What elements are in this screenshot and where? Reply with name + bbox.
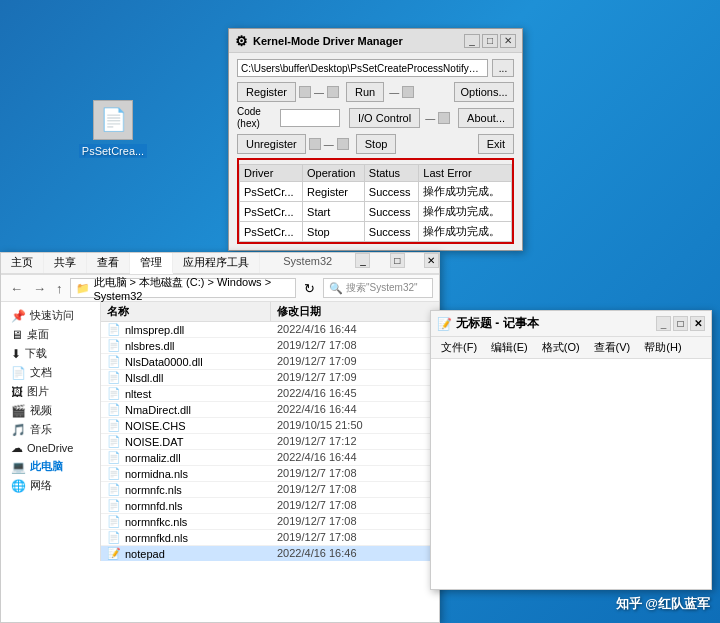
led-register-2 bbox=[327, 86, 339, 98]
table-row[interactable]: PsSetCr...StopSuccess操作成功完成。 bbox=[240, 222, 512, 242]
km-body: ... Register — Run — Options... Code(hex… bbox=[229, 53, 522, 250]
file-name: normidna.nls bbox=[125, 468, 188, 480]
sidebar-item-pictures[interactable]: 🖼图片 bbox=[1, 382, 100, 401]
sidebar-item-network[interactable]: 🌐网络 bbox=[1, 476, 100, 495]
minimize-button[interactable]: _ bbox=[464, 34, 480, 48]
file-date-col: 2022/4/16 16:44 bbox=[271, 450, 401, 465]
table-row[interactable]: PsSetCr...RegisterSuccess操作成功完成。 bbox=[240, 182, 512, 202]
file-row[interactable]: 📄Nlsdl.dll2019/12/7 17:09 bbox=[101, 370, 439, 386]
file-row[interactable]: 📄NmaDirect.dll2022/4/16 16:44 bbox=[101, 402, 439, 418]
tab-view[interactable]: 查看 bbox=[87, 253, 130, 273]
file-row[interactable]: 📄normnfd.nls2019/12/7 17:08 bbox=[101, 498, 439, 514]
tab-manage[interactable]: 管理 bbox=[130, 253, 173, 274]
maximize-button[interactable]: □ bbox=[482, 34, 498, 48]
desktop: 📄 PsSetCrea... ⚙ Kernel-Mode Driver Mana… bbox=[0, 0, 720, 623]
about-button[interactable]: About... bbox=[458, 108, 514, 128]
file-name-col: 📄normnfc.nls bbox=[101, 482, 271, 497]
code-input[interactable] bbox=[280, 109, 340, 127]
back-button[interactable]: ← bbox=[7, 280, 26, 297]
km-title-buttons: _ □ ✕ bbox=[464, 34, 516, 48]
exit-button[interactable]: Exit bbox=[478, 134, 514, 154]
file-icon: 📄 bbox=[107, 515, 121, 528]
tab-app-tools[interactable]: 应用程序工具 bbox=[173, 253, 260, 273]
tab-home[interactable]: 主页 bbox=[1, 253, 44, 273]
menu-file[interactable]: 文件(F) bbox=[435, 339, 483, 356]
address-bar[interactable]: 📁 此电脑 > 本地磁盘 (C:) > Windows > System32 bbox=[70, 278, 297, 298]
stop-button[interactable]: Stop bbox=[356, 134, 397, 154]
desktop-icon-pssetcrea[interactable]: 📄 PsSetCrea... bbox=[78, 100, 148, 158]
menu-help[interactable]: 帮助(H) bbox=[638, 339, 687, 356]
file-icon: 📄 bbox=[107, 499, 121, 512]
file-icon: 📄 bbox=[107, 403, 121, 416]
file-row[interactable]: 📄normnfc.nls2019/12/7 17:08 bbox=[101, 482, 439, 498]
dash1: — bbox=[314, 87, 324, 98]
file-date-col: 2022/4/16 16:44 bbox=[271, 322, 401, 337]
km-driver-manager-window: ⚙ Kernel-Mode Driver Manager _ □ ✕ ... R… bbox=[228, 28, 523, 251]
col-header-name[interactable]: 名称 bbox=[101, 302, 271, 321]
file-row[interactable]: 📄nlmsprep.dll2022/4/16 16:44 bbox=[101, 322, 439, 338]
file-date-col: 2019/12/7 17:08 bbox=[271, 498, 401, 513]
table-cell-2-last_error: 操作成功完成。 bbox=[419, 222, 512, 242]
menu-format[interactable]: 格式(O) bbox=[536, 339, 586, 356]
file-row[interactable]: 📄nltest2022/4/16 16:45 bbox=[101, 386, 439, 402]
sidebar-item-thispc[interactable]: 💻此电脑 bbox=[1, 457, 100, 476]
watermark: 知乎 @红队蓝军 bbox=[616, 595, 710, 613]
led-unregister-2 bbox=[337, 138, 349, 150]
file-row[interactable]: 📄NlsData0000.dll2019/12/7 17:09 bbox=[101, 354, 439, 370]
address-text: 此电脑 > 本地磁盘 (C:) > Windows > System32 bbox=[94, 275, 291, 302]
notepad-body[interactable] bbox=[431, 359, 711, 585]
file-name: NlsData0000.dll bbox=[125, 356, 203, 368]
sidebar-item-downloads[interactable]: ⬇下载 bbox=[1, 344, 100, 363]
col-last-error: Last Error bbox=[419, 165, 512, 182]
file-row[interactable]: 📝notepad2022/4/16 16:46 bbox=[101, 546, 439, 561]
menu-edit[interactable]: 编辑(E) bbox=[485, 339, 534, 356]
tab-share[interactable]: 共享 bbox=[44, 253, 87, 273]
forward-button[interactable]: → bbox=[30, 280, 49, 297]
explorer-close[interactable]: ✕ bbox=[424, 253, 439, 268]
options-button[interactable]: Options... bbox=[454, 82, 514, 102]
path-browse-button[interactable]: ... bbox=[492, 59, 514, 77]
refresh-button[interactable]: ↻ bbox=[300, 281, 319, 296]
file-rows-container: 📄nlmsprep.dll2022/4/16 16:44📄nlsbres.dll… bbox=[101, 322, 439, 561]
notepad-title-buttons: _ □ ✕ bbox=[656, 316, 705, 331]
file-row[interactable]: 📄nlsbres.dll2019/12/7 17:08 bbox=[101, 338, 439, 354]
col-header-date[interactable]: 修改日期 bbox=[271, 302, 401, 321]
km-window-title: Kernel-Mode Driver Manager bbox=[253, 35, 403, 47]
file-date-col: 2019/12/7 17:08 bbox=[271, 338, 401, 353]
sidebar-item-onedrive[interactable]: ☁OneDrive bbox=[1, 439, 100, 457]
file-row[interactable]: 📄NOISE.DAT2019/12/7 17:12 bbox=[101, 434, 439, 450]
file-date-col: 2019/12/7 17:08 bbox=[271, 514, 401, 529]
register-button[interactable]: Register bbox=[237, 82, 296, 102]
sidebar-item-videos[interactable]: 🎬视频 bbox=[1, 401, 100, 420]
file-name: NOISE.DAT bbox=[125, 436, 183, 448]
search-bar[interactable]: 🔍 搜索"System32" bbox=[323, 278, 433, 298]
file-name: normnfc.nls bbox=[125, 484, 182, 496]
unregister-button[interactable]: Unregister bbox=[237, 134, 306, 154]
io-control-button[interactable]: I/O Control bbox=[349, 108, 420, 128]
notepad-titlebar: 📝 无标题 - 记事本 _ □ ✕ bbox=[431, 311, 711, 337]
explorer-maximize[interactable]: □ bbox=[390, 253, 405, 268]
file-row[interactable]: 📄normaliz.dll2022/4/16 16:44 bbox=[101, 450, 439, 466]
sidebar-item-music[interactable]: 🎵音乐 bbox=[1, 420, 100, 439]
file-row[interactable]: 📄normnfkd.nls2019/12/7 17:08 bbox=[101, 530, 439, 546]
up-button[interactable]: ↑ bbox=[53, 280, 66, 297]
file-name-col: 📄NmaDirect.dll bbox=[101, 402, 271, 417]
notepad-maximize[interactable]: □ bbox=[673, 316, 688, 331]
dash4: — bbox=[324, 139, 334, 150]
run-button[interactable]: Run bbox=[346, 82, 384, 102]
file-row[interactable]: 📄normidna.nls2019/12/7 17:08 bbox=[101, 466, 439, 482]
sidebar-item-desktop[interactable]: 🖥桌面 bbox=[1, 325, 100, 344]
menu-view[interactable]: 查看(V) bbox=[588, 339, 637, 356]
table-row[interactable]: PsSetCr...StartSuccess操作成功完成。 bbox=[240, 202, 512, 222]
close-button[interactable]: ✕ bbox=[500, 34, 516, 48]
notepad-close[interactable]: ✕ bbox=[690, 316, 705, 331]
km-titlebar: ⚙ Kernel-Mode Driver Manager _ □ ✕ bbox=[229, 29, 522, 53]
sidebar-item-docs[interactable]: 📄文档 bbox=[1, 363, 100, 382]
path-input[interactable] bbox=[237, 59, 488, 77]
file-row[interactable]: 📄NOISE.CHS2019/10/15 21:50 bbox=[101, 418, 439, 434]
explorer-minimize[interactable]: _ bbox=[355, 253, 370, 268]
sidebar-item-quickaccess[interactable]: 📌快速访问 bbox=[1, 306, 100, 325]
file-row[interactable]: 📄normnfkc.nls2019/12/7 17:08 bbox=[101, 514, 439, 530]
search-placeholder: 搜索"System32" bbox=[346, 281, 418, 295]
notepad-minimize[interactable]: _ bbox=[656, 316, 671, 331]
